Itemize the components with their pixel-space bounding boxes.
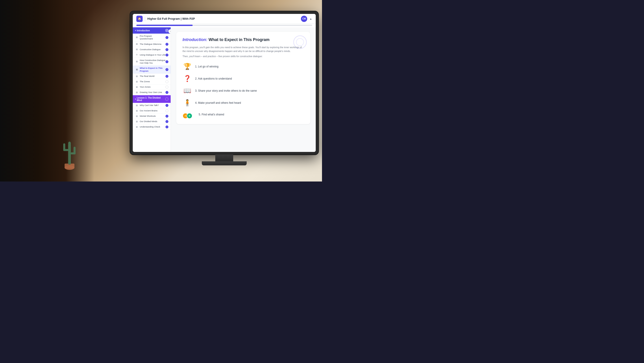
skill-text-4: 4. Make yourself and others feel heard [195, 101, 241, 104]
understanding-check-check: ✓ [166, 125, 168, 128]
sidebar-item-constructive-dialogue-label: Constructive Dialogue [140, 48, 166, 51]
divided-minds-check: ✓ [166, 120, 168, 123]
section-introduction-check: ✓ [165, 29, 168, 32]
your-zones-check [166, 86, 168, 88]
progress-area [133, 24, 316, 27]
content-description-1: In this program, you'll gain the skills … [182, 45, 304, 53]
chevron-down-icon: ▾ [135, 29, 136, 31]
section-introduction-label: Introduction [137, 29, 150, 32]
main-content: Introduction: What to Expect in This Pro… [171, 27, 316, 152]
skill-text-1: 1. Let go of winning [195, 65, 218, 68]
title-main: What to Expect in This Program [208, 37, 270, 42]
how-constructive-check: ✓ [166, 60, 168, 63]
grid-icon-7: ▦ [136, 80, 138, 83]
progress-bar-background [136, 25, 312, 26]
svg-rect-6 [74, 147, 76, 154]
grid-icon-13: ▦ [136, 120, 138, 123]
sidebar-item-constructive-dialogue[interactable]: ▦ Constructive Dialogue ✓ [133, 47, 171, 52]
sidebar-item-mental-shortcuts[interactable]: ▦ Mental Shortcuts ✓ [133, 114, 171, 119]
sidebar-item-the-zones-label: The Zones [140, 80, 166, 83]
sidebar-item-pre-program[interactable]: ▦ Pre-Program Questionnaire ✓ [133, 34, 171, 42]
sidebar: « ▾ Introduction ✓ ▦ Pre-Program Questio… [133, 27, 171, 152]
using-dialogue-check: ✓ [166, 53, 168, 56]
skill-item-1: 🏆 1. Let go of winning [182, 62, 304, 71]
sidebar-item-pre-program-label: Pre-Program Questionnaire [140, 35, 166, 40]
chevron-down-icon-2: ▾ [135, 98, 136, 100]
avatar-b: B [186, 113, 192, 119]
grid-icon-8: ▦ [136, 86, 138, 88]
progress-bar-fill [136, 25, 192, 26]
sidebar-section-introduction[interactable]: ▾ Introduction ✓ [133, 27, 171, 34]
monitor-base [202, 161, 247, 165]
skill-item-4: 🧍 4. Make yourself and others feel heard [182, 98, 304, 108]
sidebar-item-dialogue-dilemma-label: The Dialogue Dilemma [140, 43, 166, 45]
deco-circle-inner [296, 38, 304, 46]
real-world-check: ✓ [166, 75, 168, 78]
sidebar-item-why-cant-talk[interactable]: ▦ Why Can't We Talk? ✓ [133, 103, 171, 108]
skill-item-5: A B 5. Find what's shared [182, 110, 304, 119]
sidebar-item-drawing-line[interactable]: ▦ Drawing Your Own Line ✓ [133, 90, 171, 95]
sidebar-item-using-dialogue-label: Using Dialogue in Your Life [140, 53, 166, 56]
content-title: Introduction: What to Expect in This Pro… [182, 37, 304, 42]
header-title: Higher Ed Full Program | With P2P [147, 17, 299, 20]
sidebar-item-understanding-check[interactable]: ▦ Understanding Check ✓ [133, 124, 171, 130]
sidebar-item-divided-minds-label: Our Divided Minds [140, 120, 166, 123]
grid-icon-3: ▦ [136, 48, 138, 51]
sidebar-item-dialogue-dilemma[interactable]: ▦ The Dialogue Dilemma ✓ [133, 42, 171, 47]
dialogue-dilemma-check: ✓ [166, 43, 168, 46]
content-card: Introduction: What to Expect in This Pro… [176, 32, 310, 124]
monitor-wrapper: 🏠 Higher Ed Full Program | With P2P CM ▲… [130, 11, 318, 168]
ancient-brains-check [166, 109, 168, 112]
content-description-2: Then, you'll learn – and practice – five… [182, 54, 304, 58]
person-icon: 🧍 [182, 98, 192, 108]
sidebar-item-ancient-brains[interactable]: ▦ Our Ancient Brains [133, 108, 171, 114]
sidebar-item-your-zones[interactable]: ▦ Your Zones [133, 84, 171, 90]
sidebar-item-mental-shortcuts-label: Mental Shortcuts [140, 115, 166, 117]
svg-rect-2 [68, 143, 71, 165]
sidebar-section-lesson1[interactable]: ▾ Lesson 1: The Divided Mind [133, 95, 171, 103]
the-zones-check [166, 80, 168, 83]
sidebar-item-divided-minds[interactable]: ▦ Our Divided Minds ✓ [133, 119, 171, 124]
skill-text-2: 2. Ask questions to understand [195, 77, 232, 80]
svg-point-7 [68, 142, 71, 145]
sidebar-item-what-to-expect[interactable]: ▦ What to Expect in This Program ✓ [133, 66, 171, 74]
sidebar-item-understanding-check-label: Understanding Check [140, 125, 166, 128]
constructive-dialogue-check: ✓ [166, 48, 168, 51]
header-divider [145, 16, 145, 21]
monitor-screen: 🏠 Higher Ed Full Program | With P2P CM ▲… [133, 14, 316, 152]
sidebar-item-the-zones[interactable]: ▦ The Zones [133, 79, 171, 84]
monitor-frame: 🏠 Higher Ed Full Program | With P2P CM ▲… [130, 11, 318, 155]
skill-text-3: 3. Share your story and invite others to… [195, 89, 257, 92]
sidebar-item-using-dialogue[interactable]: ⚙ Using Dialogue in Your Life ✓ [133, 52, 171, 58]
grid-icon-9: ▦ [136, 91, 138, 94]
sidebar-item-how-constructive[interactable]: ▦ How Constructive Dialogue Can Help You… [133, 58, 171, 66]
title-prefix: Introduction: [182, 37, 208, 42]
sidebar-item-real-world-label: The Real World [140, 75, 166, 77]
section-lesson1-check [165, 97, 168, 101]
app-body: « ▾ Introduction ✓ ▦ Pre-Program Questio… [133, 27, 316, 152]
monitor-stand [215, 155, 233, 161]
trophy-icon: 🏆 [182, 62, 192, 71]
grid-icon-5: ▦ [136, 68, 138, 71]
what-to-expect-check: ✓ [166, 68, 168, 71]
gear-icon: ⚙ [136, 53, 138, 56]
user-avatar[interactable]: CM [301, 16, 307, 22]
mental-shortcuts-check: ✓ [166, 115, 168, 118]
pre-program-check: ✓ [166, 36, 168, 39]
question-icon: ❓ [182, 74, 192, 83]
grid-icon-6: ▦ [136, 75, 138, 78]
sidebar-item-real-world[interactable]: ▦ The Real World ✓ [133, 74, 171, 79]
grid-icon-11: ▦ [136, 110, 138, 112]
grid-icon-12: ▦ [136, 115, 138, 118]
app-header: 🏠 Higher Ed Full Program | With P2P CM ▲ [133, 14, 316, 24]
skill-text-5: 5. Find what's shared [199, 113, 224, 116]
svg-rect-4 [63, 143, 65, 151]
why-cant-talk-check: ✓ [166, 104, 168, 107]
sidebar-item-why-cant-talk-label: Why Can't We Talk? [140, 104, 166, 107]
drawing-line-check: ✓ [166, 91, 168, 94]
grid-icon-4: ▦ [136, 60, 138, 63]
home-button[interactable]: 🏠 [136, 16, 142, 22]
sidebar-item-what-to-expect-label: What to Expect in This Program [140, 67, 166, 72]
section-lesson1-label: Lesson 1: The Divided Mind [137, 97, 165, 101]
chevron-up-icon[interactable]: ▲ [310, 17, 312, 20]
